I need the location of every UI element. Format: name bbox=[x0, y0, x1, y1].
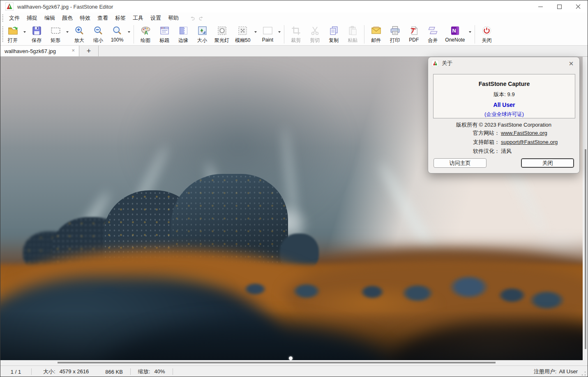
menu-view[interactable]: 查看 bbox=[94, 13, 111, 23]
caption-button[interactable]: 标题 bbox=[155, 23, 174, 45]
tab-bar: wallhaven-5gzk67.jpg × + bbox=[0, 46, 588, 57]
menu-settings[interactable]: 设置 bbox=[147, 13, 164, 23]
menu-tools[interactable]: 工具 bbox=[129, 13, 147, 23]
cut-scissors-icon bbox=[309, 25, 321, 36]
file-size: 866 KB bbox=[105, 369, 123, 375]
tab-close-icon[interactable]: × bbox=[71, 48, 75, 53]
onenote-dropdown-caret[interactable] bbox=[469, 31, 471, 33]
power-close-icon bbox=[481, 25, 492, 36]
menu-capture[interactable]: 捕捉 bbox=[23, 13, 41, 23]
copy-icon bbox=[328, 25, 339, 36]
onenote-icon: N bbox=[450, 25, 461, 36]
open-dropdown-caret[interactable] bbox=[23, 31, 26, 33]
onenote-button[interactable]: N OneNote bbox=[442, 23, 468, 45]
menu-effects[interactable]: 特效 bbox=[76, 13, 94, 23]
paint-button[interactable]: Paint bbox=[258, 23, 277, 45]
visit-homepage-button[interactable]: 访问主页 bbox=[434, 158, 487, 168]
toolbar-grip bbox=[2, 14, 3, 22]
open-button[interactable]: 打开 bbox=[3, 23, 22, 45]
about-product-box: FastStone Capture 版本: 9.9 All User (企业全球… bbox=[433, 74, 575, 118]
page-count: 1 / 1 bbox=[0, 369, 31, 375]
blur-button[interactable]: 模糊50 bbox=[232, 23, 253, 45]
menu-tag[interactable]: 标签 bbox=[112, 13, 129, 23]
zoom-in-button[interactable]: 放大 bbox=[70, 23, 89, 45]
zoom-label: 缩放: bbox=[138, 368, 150, 375]
paint-dropdown-caret[interactable] bbox=[278, 31, 281, 33]
blur-icon bbox=[237, 25, 248, 36]
window-title: wallhaven-5gzk67.jpg - FastStone Editor bbox=[17, 4, 113, 10]
zoom-level: 缩放:40% bbox=[138, 368, 165, 375]
page-indicator-dot bbox=[289, 356, 293, 360]
zoom-100-button[interactable]: 100% bbox=[108, 23, 127, 45]
menu-bar: 文件 捕捉 编辑 颜色 特效 查看 标签 工具 设置 帮助 bbox=[0, 13, 588, 23]
image-size: 大小:4579 x 2616 bbox=[43, 368, 89, 375]
print-button[interactable]: 打印 bbox=[385, 23, 404, 45]
blur-dropdown-caret[interactable] bbox=[254, 31, 257, 33]
horizontal-scrollbar-thumb[interactable] bbox=[58, 362, 496, 363]
close-editor-button[interactable]: 关闭 bbox=[477, 23, 496, 45]
translation-value: 清风 bbox=[501, 147, 512, 156]
toolbar-label: 关闭 bbox=[482, 37, 491, 44]
paste-button: 粘贴 bbox=[343, 23, 362, 45]
vertical-scrollbar[interactable] bbox=[583, 57, 588, 365]
toolbar-label: PDF bbox=[409, 37, 419, 43]
registered-value: All User bbox=[559, 368, 578, 375]
paste-icon bbox=[347, 25, 358, 36]
license-type-link[interactable]: (企业全球许可证) bbox=[434, 111, 575, 118]
vertical-scrollbar-thumb[interactable] bbox=[585, 149, 586, 349]
edge-icon bbox=[178, 25, 189, 36]
toolbar-label: 矩形 bbox=[51, 37, 60, 44]
website-link[interactable]: www.FastStone.org bbox=[501, 129, 547, 138]
svg-text:A: A bbox=[144, 30, 148, 36]
new-tab-button[interactable]: + bbox=[79, 46, 99, 56]
email-label: 支持邮箱： bbox=[428, 138, 500, 147]
tab-active[interactable]: wallhaven-5gzk67.jpg × bbox=[0, 46, 79, 56]
pdf-button[interactable]: PDF bbox=[404, 23, 423, 45]
dialog-title-bar: 关于 ✕ bbox=[428, 57, 579, 69]
faststone-logo-icon bbox=[432, 60, 438, 67]
pdf-icon bbox=[408, 25, 420, 36]
toolbar-label: Paint bbox=[262, 37, 273, 43]
rectangle-dropdown-caret[interactable] bbox=[66, 31, 69, 33]
copy-button[interactable]: 复制 bbox=[324, 23, 343, 45]
menu-colors[interactable]: 颜色 bbox=[59, 13, 76, 23]
toolbar-label: 裁剪 bbox=[291, 37, 301, 44]
horizontal-scrollbar[interactable] bbox=[0, 360, 583, 365]
statusbar-separator bbox=[130, 368, 131, 375]
draw-button[interactable]: A 绘图 bbox=[136, 23, 155, 45]
menu-help[interactable]: 帮助 bbox=[165, 13, 182, 23]
menu-edit[interactable]: 编辑 bbox=[41, 13, 58, 23]
save-floppy-icon bbox=[31, 25, 42, 36]
zoom-dropdown-caret[interactable] bbox=[128, 31, 130, 33]
about-info: 版权所有 © 2023 FastStone Corporation 官方网站： … bbox=[428, 121, 579, 156]
email-link[interactable]: support@FastStone.org bbox=[501, 138, 558, 147]
website-label: 官方网站： bbox=[428, 129, 500, 138]
resize-grip[interactable] bbox=[581, 371, 586, 376]
edge-button[interactable]: 边缘 bbox=[174, 23, 193, 45]
spotlight-button[interactable]: 聚光灯 bbox=[212, 23, 232, 45]
mail-envelope-icon bbox=[371, 25, 382, 36]
email-button[interactable]: 邮件 bbox=[367, 23, 385, 45]
toolbar-separator bbox=[134, 25, 134, 44]
toolbar-label: 复制 bbox=[329, 37, 339, 44]
rectangle-select-button[interactable]: 矩形 bbox=[46, 23, 65, 45]
merge-button[interactable]: 合并 bbox=[423, 23, 442, 45]
save-button[interactable]: 保存 bbox=[27, 23, 46, 45]
zoom-out-button[interactable]: 缩小 bbox=[89, 23, 108, 45]
toolbar-label: 100% bbox=[111, 37, 124, 43]
toolbar-separator bbox=[364, 25, 364, 44]
statusbar-separator bbox=[31, 368, 32, 375]
toolbar-label: 邮件 bbox=[371, 37, 381, 44]
dialog-close-button[interactable]: 关闭 bbox=[521, 158, 574, 168]
dialog-close-icon[interactable]: ✕ bbox=[567, 60, 575, 68]
minimize-button[interactable] bbox=[531, 0, 550, 13]
close-window-button[interactable] bbox=[569, 0, 588, 13]
resize-button[interactable]: 大小 bbox=[193, 23, 212, 45]
spotlight-icon bbox=[217, 25, 228, 36]
maximize-button[interactable] bbox=[550, 0, 569, 13]
licensed-user: All User bbox=[434, 102, 575, 108]
caption-icon bbox=[159, 25, 170, 36]
menu-file[interactable]: 文件 bbox=[6, 13, 23, 23]
svg-text:N: N bbox=[452, 28, 456, 34]
landscape-vignette bbox=[0, 311, 583, 360]
